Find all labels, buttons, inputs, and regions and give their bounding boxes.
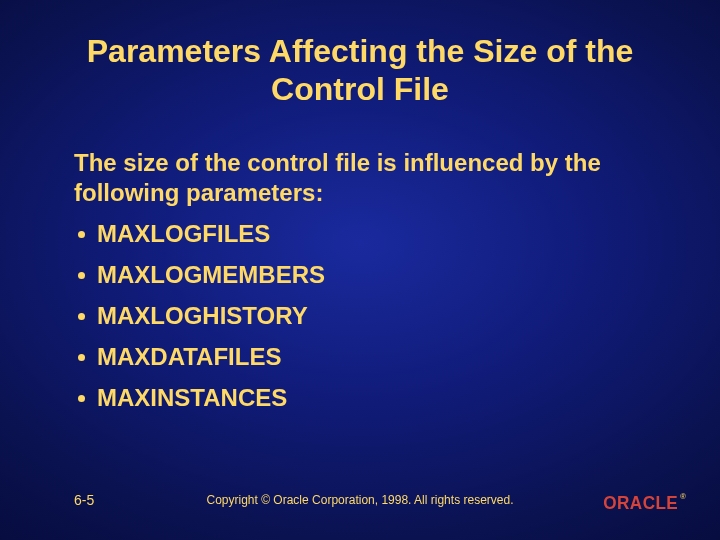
- bullet-label: MAXINSTANCES: [97, 386, 287, 410]
- bullet-icon: [78, 313, 85, 320]
- bullet-icon: [78, 231, 85, 238]
- logo-text: ORACLE: [603, 492, 678, 514]
- list-item: MAXLOGHISTORY: [78, 304, 646, 328]
- registered-icon: ®: [680, 492, 686, 501]
- bullet-label: MAXLOGMEMBERS: [97, 263, 325, 287]
- list-item: MAXDATAFILES: [78, 345, 646, 369]
- slide: Parameters Affecting the Size of the Con…: [0, 0, 720, 540]
- slide-title: Parameters Affecting the Size of the Con…: [0, 32, 720, 109]
- bullet-label: MAXLOGFILES: [97, 222, 270, 246]
- oracle-logo: ORACLE ®: [595, 492, 686, 514]
- bullet-label: MAXDATAFILES: [97, 345, 281, 369]
- bullet-list: MAXLOGFILES MAXLOGMEMBERS MAXLOGHISTORY …: [78, 222, 646, 427]
- bullet-icon: [78, 272, 85, 279]
- slide-footer: 6-5 Copyright © Oracle Corporation, 1998…: [0, 488, 720, 512]
- intro-text: The size of the control file is influenc…: [74, 148, 646, 208]
- bullet-label: MAXLOGHISTORY: [97, 304, 308, 328]
- list-item: MAXINSTANCES: [78, 386, 646, 410]
- bullet-icon: [78, 354, 85, 361]
- list-item: MAXLOGMEMBERS: [78, 263, 646, 287]
- bullet-icon: [78, 395, 85, 402]
- list-item: MAXLOGFILES: [78, 222, 646, 246]
